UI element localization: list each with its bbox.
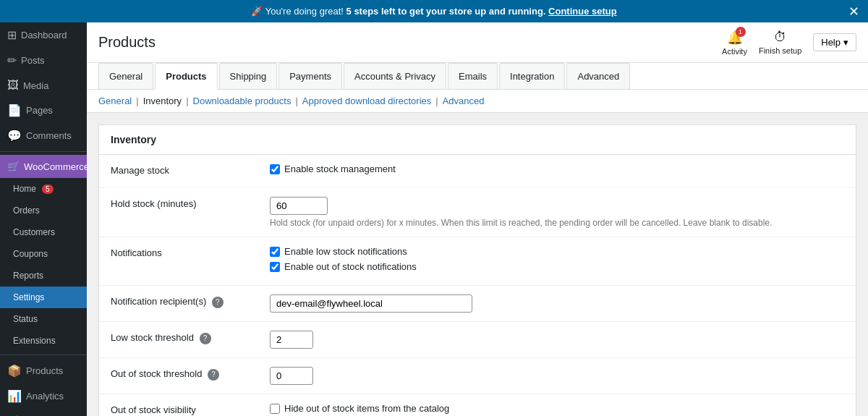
finish-setup-button[interactable]: ⏱ Finish setup	[759, 30, 801, 55]
sidebar-item-label: Home	[13, 184, 36, 194]
label-notification-recipient: Notification recipient(s) ?	[99, 286, 258, 322]
enable-stock-checkbox[interactable]	[270, 164, 280, 174]
low-stock-threshold-input[interactable]	[270, 331, 313, 349]
sidebar-item-dashboard[interactable]: ⊞ Dashboard	[0, 22, 87, 48]
low-stock-notif-label: Enable low stock notifications	[284, 246, 407, 257]
settings-table: Manage stock Enable stock management Hol…	[99, 155, 856, 416]
notification-recipient-input[interactable]	[270, 294, 472, 313]
sidebar-item-status[interactable]: Status	[0, 308, 87, 330]
sub-nav: General | Inventory | Downloadable produ…	[87, 90, 868, 113]
subnav-sep2: |	[186, 95, 188, 106]
tab-accounts-privacy[interactable]: Accounts & Privacy	[344, 63, 446, 89]
subnav-advanced[interactable]: Advanced	[443, 95, 485, 106]
inventory-section: Inventory Manage stock Enable stock mana…	[98, 124, 856, 416]
chevron-down-icon: ▾	[843, 37, 848, 48]
table-row: Out of stock threshold ?	[99, 358, 856, 394]
hold-stock-help-text: Hold stock (for unpaid orders) for x min…	[270, 218, 844, 228]
products-icon: 📦	[7, 364, 22, 378]
dashboard-icon: ⊞	[7, 28, 17, 42]
hide-oos-checkbox[interactable]	[270, 404, 280, 414]
sidebar-item-label: Status	[13, 314, 38, 324]
help-icon: ?	[208, 369, 219, 381]
control-notification-recipient	[258, 286, 856, 322]
table-row: Out of stock visibility Hide out of stoc…	[99, 394, 856, 417]
control-hold-stock: Hold stock (for unpaid orders) for x min…	[258, 188, 856, 237]
continue-setup-link[interactable]: Continue setup	[548, 6, 617, 17]
out-stock-notif-checkbox[interactable]	[270, 262, 280, 272]
tab-advanced[interactable]: Advanced	[566, 63, 630, 89]
sidebar-item-home[interactable]: Home 5	[0, 178, 87, 200]
sidebar-item-reports[interactable]: Reports	[0, 265, 87, 286]
label-out-of-stock-visibility: Out of stock visibility	[99, 394, 258, 417]
sidebar-item-marketing[interactable]: 📣 Marketing	[0, 409, 87, 416]
subnav-downloadable[interactable]: Downloadable products	[193, 95, 292, 106]
sidebar-item-label: WooCommerce	[24, 161, 87, 172]
sidebar-item-settings[interactable]: Settings	[0, 286, 87, 308]
sidebar-item-label: Products	[26, 365, 63, 376]
posts-icon: ✏	[7, 54, 17, 67]
finish-setup-icon: ⏱	[774, 30, 787, 45]
finish-setup-label: Finish setup	[759, 46, 801, 55]
control-notifications: Enable low stock notifications Enable ou…	[258, 237, 856, 286]
sidebar-item-label: Reports	[13, 271, 43, 281]
sidebar-item-products[interactable]: 📦 Products	[0, 358, 87, 383]
sidebar-item-customers[interactable]: Customers	[0, 221, 87, 243]
subnav-inventory[interactable]: Inventory	[143, 95, 182, 106]
hold-stock-input[interactable]	[270, 197, 328, 215]
control-manage-stock: Enable stock management	[258, 155, 856, 188]
help-label: Help	[821, 37, 841, 48]
sidebar-item-woocommerce[interactable]: 🛒 WooCommerce	[0, 155, 87, 178]
sidebar-item-label: Analytics	[26, 391, 64, 402]
analytics-icon: 📊	[7, 389, 22, 403]
sidebar: ⊞ Dashboard ✏ Posts 🖼 Media 📄 Pages 💬 Co…	[0, 22, 87, 416]
sidebar-item-analytics[interactable]: 📊 Analytics	[0, 383, 87, 409]
notification-banner: 🚀 You're doing great! 5 steps left to ge…	[0, 0, 868, 22]
banner-text: 🚀 You're doing great! 5 steps left to ge…	[251, 6, 616, 17]
label-out-of-stock-threshold: Out of stock threshold ?	[99, 358, 258, 394]
tab-integration[interactable]: Integration	[499, 63, 565, 89]
woocommerce-icon: 🛒	[7, 161, 20, 172]
enable-stock-label: Enable stock management	[284, 164, 396, 174]
help-button[interactable]: Help ▾	[813, 33, 856, 51]
sidebar-item-extensions[interactable]: Extensions	[0, 330, 87, 352]
tab-shipping[interactable]: Shipping	[219, 63, 278, 89]
out-of-stock-threshold-input[interactable]	[270, 367, 313, 385]
settings-tabs: General Products Shipping Payments Accou…	[87, 63, 868, 90]
sidebar-item-media[interactable]: 🖼 Media	[0, 73, 87, 98]
subnav-sep: |	[136, 95, 138, 106]
label-hold-stock: Hold stock (minutes)	[99, 188, 258, 237]
sidebar-item-orders[interactable]: Orders	[0, 200, 87, 221]
tab-products[interactable]: Products	[155, 63, 217, 90]
pages-icon: 📄	[7, 103, 22, 117]
help-icon: ?	[212, 297, 224, 308]
banner-close-button[interactable]: ✕	[848, 5, 859, 18]
activity-icon: 🔔 1	[727, 30, 743, 46]
tab-payments[interactable]: Payments	[278, 63, 342, 89]
sidebar-item-label: Pages	[26, 105, 53, 116]
sidebar-item-pages[interactable]: 📄 Pages	[0, 98, 87, 123]
low-stock-notif-checkbox[interactable]	[270, 247, 280, 257]
sidebar-item-comments[interactable]: 💬 Comments	[0, 123, 87, 148]
tab-general[interactable]: General	[98, 63, 153, 89]
activity-button[interactable]: 🔔 1 Activity	[722, 30, 747, 56]
tab-emails[interactable]: Emails	[448, 63, 498, 89]
sidebar-item-label: Coupons	[13, 249, 48, 259]
subnav-general[interactable]: General	[98, 95, 132, 106]
top-bar: Products 🔔 1 Activity ⏱ Finish setup Hel…	[87, 22, 868, 63]
table-row: Hold stock (minutes) Hold stock (for unp…	[99, 188, 856, 237]
label-low-stock-threshold: Low stock threshold ?	[99, 322, 258, 358]
hide-oos-label: Hide out of stock items from the catalog	[284, 403, 449, 414]
subnav-approved-dirs[interactable]: Approved download directories	[302, 95, 432, 106]
label-manage-stock: Manage stock	[99, 155, 258, 188]
sidebar-item-label: Dashboard	[21, 30, 67, 41]
table-row: Manage stock Enable stock management	[99, 155, 856, 188]
sidebar-item-coupons[interactable]: Coupons	[0, 243, 87, 265]
out-stock-notif-label: Enable out of stock notifications	[284, 261, 417, 272]
control-out-of-stock-threshold	[258, 358, 856, 394]
sidebar-item-label: Settings	[13, 292, 44, 302]
comments-icon: 💬	[7, 129, 22, 143]
sidebar-item-posts[interactable]: ✏ Posts	[0, 48, 87, 73]
media-icon: 🖼	[7, 79, 19, 92]
top-bar-actions: 🔔 1 Activity ⏱ Finish setup Help ▾	[722, 30, 856, 56]
sidebar-item-label: Orders	[13, 205, 40, 216]
